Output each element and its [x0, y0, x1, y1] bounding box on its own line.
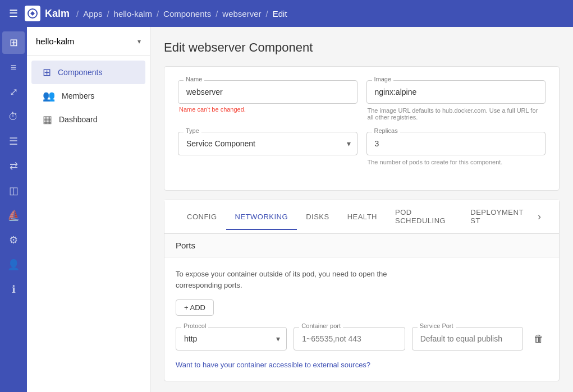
logo: Kalm — [25, 6, 70, 21]
content-area: Edit webserver Component Name Name can't… — [150, 27, 573, 392]
tabs-bar: CONFIG NETWORKING DISKS HEALTH POD SCHED… — [164, 200, 559, 234]
container-port-input[interactable] — [294, 327, 405, 351]
icon-bar-info[interactable]: ℹ — [2, 278, 25, 301]
protocol-select-wrapper: http https tcp udp grpc — [176, 327, 287, 351]
service-port-label: Service Port — [418, 322, 456, 329]
type-select-wrapper: Service Component Cronjob Daemon Set — [178, 132, 357, 155]
components-icon: ⊞ — [43, 66, 51, 79]
type-replicas-row: Type Service Component Cronjob Daemon Se… — [178, 132, 546, 165]
breadcrumb-sep-1: / — [107, 9, 109, 19]
image-label: Image — [372, 76, 394, 82]
sidebar-app-name: hello-kalm — [36, 36, 74, 46]
protocol-label: Protocol — [181, 322, 208, 329]
top-nav: ☰ Kalm / Apps / hello-kalm / Components … — [0, 0, 573, 27]
icon-bar-settings[interactable]: ⚙ — [2, 229, 25, 251]
tabs-more-icon[interactable]: › — [533, 206, 546, 227]
ports-desc-line1: To expose your container outside of its … — [176, 270, 387, 278]
type-select[interactable]: Service Component Cronjob Daemon Set — [178, 132, 357, 155]
component-form-card: Name Name can't be changed. Image The im… — [164, 66, 560, 191]
dashboard-icon: ▦ — [43, 113, 52, 126]
logo-icon — [25, 6, 40, 21]
sidebar-item-dashboard-label: Dashboard — [59, 115, 98, 124]
icon-bar-shuffle[interactable]: ⇄ — [2, 155, 25, 177]
type-label: Type — [184, 127, 201, 134]
breadcrumb-sep-2: / — [157, 9, 159, 19]
icon-bar: ⊞ ≡ ⤢ ⏱ ☰ ⇄ ◫ ⛵ ⚙ 👤 ℹ — [0, 27, 27, 392]
tab-pod-scheduling[interactable]: POD SCHEDULING — [386, 200, 461, 234]
protocol-select[interactable]: http https tcp udp grpc — [176, 327, 287, 351]
sidebar-nav: ⊞ Components 👥 Members ▦ Dashboard — [27, 56, 150, 136]
breadcrumb-hello-kalm[interactable]: hello-kalm — [114, 9, 152, 19]
hamburger-menu[interactable]: ☰ — [9, 7, 18, 20]
sidebar-app-selector[interactable]: hello-kalm ▾ — [27, 27, 150, 56]
breadcrumb-sep-0: / — [76, 9, 79, 19]
icon-bar-list[interactable]: ≡ — [2, 56, 25, 79]
service-port-input[interactable] — [412, 327, 523, 351]
icon-bar-clock[interactable]: ⏱ — [2, 105, 25, 128]
icon-bar-apps[interactable]: ⊞ — [2, 31, 25, 54]
type-field-group: Type Service Component Cronjob Daemon Se… — [178, 132, 357, 165]
ports-header: Ports — [164, 234, 559, 257]
sidebar-item-components-label: Components — [58, 68, 102, 77]
port-row: Protocol http https tcp udp grpc — [176, 327, 548, 351]
tab-health[interactable]: HEALTH — [338, 205, 386, 230]
image-input[interactable] — [366, 80, 546, 104]
external-sources-link[interactable]: Want to have your container accessible t… — [176, 361, 370, 369]
ports-title: Ports — [176, 241, 195, 250]
name-label: Name — [184, 76, 204, 82]
tab-disks[interactable]: DISKS — [297, 205, 338, 230]
image-field-group: Image The image URL defaults to hub.dock… — [366, 80, 546, 121]
icon-bar-menu[interactable]: ☰ — [2, 130, 25, 153]
sidebar-item-dashboard[interactable]: ▦ Dashboard — [31, 108, 145, 131]
sidebar-item-members[interactable]: 👥 Members — [31, 84, 145, 108]
page-title: Edit webserver Component — [164, 40, 560, 55]
breadcrumb-current: Edit — [273, 9, 287, 19]
sidebar-item-members-label: Members — [62, 91, 94, 100]
members-icon: 👥 — [43, 90, 55, 102]
chevron-down-icon: ▾ — [137, 38, 141, 45]
replicas-hint: The number of pods to create for this co… — [366, 159, 546, 165]
networking-section: CONFIG NETWORKING DISKS HEALTH POD SCHED… — [164, 200, 560, 381]
tab-networking[interactable]: NETWORKING — [226, 205, 297, 230]
icon-bar-share[interactable]: ⤢ — [2, 81, 25, 103]
breadcrumb-apps[interactable]: Apps — [83, 9, 102, 19]
name-field-group: Name Name can't be changed. — [178, 80, 357, 121]
breadcrumb-webserver[interactable]: webserver — [222, 9, 261, 19]
image-hint: The image URL defaults to hub.docker.com… — [366, 107, 546, 121]
breadcrumb-sep-4: / — [266, 9, 268, 19]
ports-description: To expose your container outside of its … — [176, 269, 548, 290]
add-port-button[interactable]: + ADD — [176, 299, 214, 316]
ports-body: To expose your container outside of its … — [164, 257, 559, 381]
name-input[interactable] — [178, 80, 357, 104]
sidebar: hello-kalm ▾ ⊞ Components 👥 Members ▦ Da… — [27, 27, 150, 392]
delete-port-button[interactable]: 🗑 — [530, 330, 548, 348]
container-port-field-group: Container port — [294, 327, 405, 351]
icon-bar-users[interactable]: 👤 — [2, 253, 25, 276]
service-port-field-group: Service Port — [412, 327, 523, 351]
tab-deployment-st[interactable]: DEPLOYMENT ST — [461, 200, 533, 234]
tab-config[interactable]: CONFIG — [178, 205, 226, 230]
name-hint: Name can't be changed. — [178, 106, 357, 113]
icon-bar-layers[interactable]: ◫ — [2, 179, 25, 202]
breadcrumb-sep-3: / — [216, 9, 218, 19]
replicas-label: Replicas — [372, 127, 400, 134]
replicas-input[interactable] — [366, 132, 546, 155]
sidebar-item-components[interactable]: ⊞ Components — [31, 61, 145, 84]
protocol-field-group: Protocol http https tcp udp grpc — [176, 327, 287, 351]
replicas-field-group: Replicas The number of pods to create fo… — [366, 132, 546, 165]
icon-bar-ship[interactable]: ⛵ — [2, 204, 25, 227]
ports-desc-line2: corresponding ports. — [176, 281, 242, 289]
container-port-label: Container port — [299, 322, 343, 329]
logo-text: Kalm — [45, 8, 70, 20]
name-image-row: Name Name can't be changed. Image The im… — [178, 80, 546, 121]
breadcrumb-components[interactable]: Components — [163, 9, 211, 19]
breadcrumb: / Apps / hello-kalm / Components / webse… — [74, 9, 287, 19]
